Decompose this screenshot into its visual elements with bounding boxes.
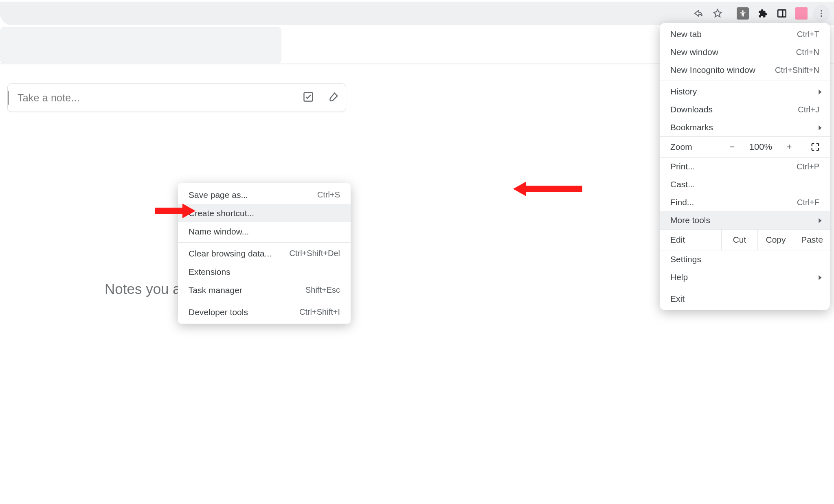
submenu-item-clear-browsing[interactable]: Clear browsing data...Ctrl+Shift+Del bbox=[178, 244, 351, 263]
annotation-arrow-more-tools bbox=[513, 180, 582, 199]
submenu-item-name-window[interactable]: Name window... bbox=[178, 222, 351, 241]
menu-item-exit[interactable]: Exit bbox=[660, 290, 830, 308]
edit-copy-button[interactable]: Copy bbox=[757, 230, 794, 250]
chevron-right-icon bbox=[818, 272, 823, 282]
accessibility-extension-icon[interactable] bbox=[737, 7, 749, 20]
kebab-menu-button[interactable] bbox=[813, 5, 830, 22]
brush-icon[interactable] bbox=[328, 91, 339, 104]
submenu-item-save-page[interactable]: Save page as...Ctrl+S bbox=[178, 186, 351, 204]
app-search-area bbox=[0, 27, 281, 63]
empty-state-text: Notes you a bbox=[105, 281, 181, 297]
fullscreen-icon[interactable] bbox=[801, 142, 830, 151]
chevron-right-icon bbox=[818, 123, 823, 132]
svg-point-4 bbox=[821, 13, 822, 14]
submenu-item-devtools[interactable]: Developer toolsCtrl+Shift+I bbox=[178, 303, 351, 321]
svg-point-3 bbox=[821, 10, 822, 12]
menu-item-downloads[interactable]: DownloadsCtrl+J bbox=[660, 101, 830, 118]
menu-item-history[interactable]: History bbox=[660, 83, 830, 101]
profile-avatar[interactable] bbox=[795, 7, 808, 20]
menu-item-find[interactable]: Find...Ctrl+F bbox=[660, 193, 830, 211]
menu-item-print[interactable]: Print...Ctrl+P bbox=[660, 158, 830, 175]
svg-point-0 bbox=[742, 10, 744, 12]
submenu-item-create-shortcut[interactable]: Create shortcut... bbox=[178, 204, 351, 222]
edit-paste-button[interactable]: Paste bbox=[794, 230, 830, 250]
menu-item-cast[interactable]: Cast... bbox=[660, 175, 830, 193]
sidepanel-icon[interactable] bbox=[772, 4, 792, 23]
note-input[interactable]: Take a note... bbox=[7, 83, 346, 112]
menu-item-new-window[interactable]: New windowCtrl+N bbox=[660, 43, 830, 61]
menu-item-bookmarks[interactable]: Bookmarks bbox=[660, 118, 830, 136]
menu-item-help[interactable]: Help bbox=[660, 268, 830, 286]
chevron-right-icon bbox=[818, 87, 823, 96]
menu-item-settings[interactable]: Settings bbox=[660, 250, 830, 268]
zoom-level: 100% bbox=[744, 142, 778, 152]
edit-label: Edit bbox=[660, 230, 721, 250]
extensions-icon[interactable] bbox=[753, 4, 772, 23]
menu-item-more-tools[interactable]: More tools bbox=[660, 211, 830, 229]
submenu-item-task-manager[interactable]: Task managerShift+Esc bbox=[178, 281, 351, 299]
menu-item-incognito[interactable]: New Incognito windowCtrl+Shift+N bbox=[660, 61, 830, 79]
menu-item-new-tab[interactable]: New tabCtrl+T bbox=[660, 25, 830, 43]
zoom-label: Zoom bbox=[660, 142, 721, 152]
checkbox-icon[interactable] bbox=[303, 91, 314, 104]
text-cursor bbox=[8, 91, 9, 105]
zoom-out-button[interactable]: − bbox=[721, 142, 744, 152]
edit-cut-button[interactable]: Cut bbox=[721, 230, 757, 250]
share-icon[interactable] bbox=[688, 4, 708, 23]
svg-rect-1 bbox=[778, 10, 786, 17]
chevron-right-icon bbox=[818, 215, 823, 225]
menu-edit-row: Edit Cut Copy Paste bbox=[660, 229, 830, 250]
svg-marker-7 bbox=[513, 182, 582, 196]
note-input-placeholder: Take a note... bbox=[18, 92, 80, 104]
submenu-item-extensions[interactable]: Extensions bbox=[178, 263, 351, 281]
more-tools-submenu: Save page as...Ctrl+S Create shortcut...… bbox=[178, 183, 351, 324]
chrome-main-menu: New tabCtrl+T New windowCtrl+N New Incog… bbox=[660, 23, 830, 310]
svg-point-5 bbox=[821, 15, 822, 17]
zoom-in-button[interactable]: + bbox=[778, 142, 801, 152]
star-icon[interactable] bbox=[708, 4, 727, 23]
menu-zoom-row: Zoom − 100% + bbox=[660, 136, 830, 158]
